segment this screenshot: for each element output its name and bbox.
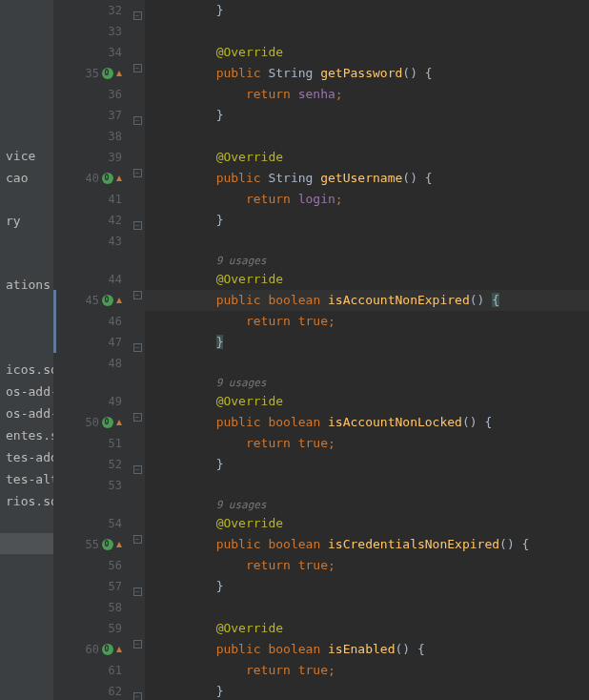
fold-toggle[interactable]: − [130, 0, 145, 21]
code-content[interactable]: public boolean isEnabled() { [145, 639, 425, 660]
fold-toggle[interactable]: − [130, 454, 145, 475]
code-line[interactable]: 42− } [53, 210, 589, 231]
sidebar-file-item[interactable]: ations [0, 274, 53, 296]
override-icon[interactable] [102, 68, 113, 79]
code-line[interactable]: 51 return true; [53, 433, 589, 454]
code-content[interactable]: 9 usages [145, 252, 267, 269]
code-content[interactable] [145, 126, 156, 147]
code-content[interactable]: public String getPassword() { [145, 63, 433, 84]
code-content[interactable]: @Override [145, 269, 283, 290]
fold-toggle[interactable]: − [130, 332, 145, 353]
fold-toggle[interactable]: − [130, 168, 145, 189]
code-line[interactable]: 46 return true; [53, 311, 589, 332]
code-line[interactable]: 9 usages [53, 496, 589, 513]
code-content[interactable]: return login; [145, 189, 343, 210]
code-line[interactable]: 43 [53, 231, 589, 252]
code-content[interactable] [145, 353, 156, 374]
code-content[interactable]: } [145, 332, 223, 353]
fold-toggle[interactable]: − [130, 210, 145, 231]
code-content[interactable]: public boolean isAccountNonExpired() { [145, 290, 499, 311]
sidebar-file-item[interactable] [0, 232, 53, 253]
code-content[interactable]: @Override [145, 42, 283, 63]
code-line[interactable]: 54 @Override [53, 513, 589, 534]
override-icon[interactable] [102, 644, 113, 655]
override-icon[interactable] [102, 539, 113, 550]
code-line[interactable]: 55− public boolean isCredentialsNonExpir… [53, 534, 589, 555]
sidebar-file-item[interactable]: vice [0, 145, 53, 167]
implements-arrow-icon[interactable] [116, 175, 122, 181]
code-content[interactable]: } [145, 454, 223, 475]
code-content[interactable] [145, 21, 156, 42]
code-line[interactable]: 37− } [53, 105, 589, 126]
code-line[interactable]: 45− public boolean isAccountNonExpired()… [53, 290, 589, 311]
code-content[interactable]: @Override [145, 147, 283, 168]
fold-toggle[interactable]: − [130, 290, 145, 311]
code-content[interactable]: return true; [145, 311, 335, 332]
code-line[interactable]: 41 return login; [53, 189, 589, 210]
implements-arrow-icon[interactable] [116, 420, 122, 425]
code-content[interactable] [145, 475, 156, 496]
sidebar-file-item[interactable] [0, 338, 53, 359]
sidebar-file-item[interactable] [0, 253, 53, 274]
sidebar-file-item[interactable]: tes-altera... [0, 468, 53, 490]
implements-arrow-icon[interactable] [116, 298, 122, 303]
sidebar-file-item[interactable]: ry [0, 210, 53, 232]
override-icon[interactable] [102, 417, 113, 428]
code-content[interactable]: } [145, 0, 223, 21]
fold-toggle[interactable]: − [130, 534, 145, 555]
code-line[interactable]: 61 return true; [53, 660, 589, 681]
sidebar-file-item[interactable]: os-add-co... [0, 402, 53, 424]
implements-arrow-icon[interactable] [116, 542, 122, 547]
override-icon[interactable] [102, 173, 113, 184]
code-content[interactable]: return true; [145, 555, 335, 576]
override-icon[interactable] [102, 295, 113, 306]
fold-toggle[interactable]: − [130, 105, 145, 126]
code-content[interactable]: public boolean isCredentialsNonExpired()… [145, 534, 529, 555]
code-line[interactable]: 49 @Override [53, 391, 589, 412]
sidebar-file-item[interactable] [0, 317, 53, 338]
code-line[interactable]: 50− public boolean isAccountNonLocked() … [53, 412, 589, 433]
project-sidebar[interactable]: vicecaoryationsicos.sqlos-add-co...os-ad… [0, 0, 53, 700]
sidebar-file-item[interactable]: entes.sql [0, 424, 53, 446]
sidebar-file-item[interactable]: cao [0, 167, 53, 189]
code-line[interactable]: 36 return senha; [53, 84, 589, 105]
code-content[interactable]: 9 usages [145, 374, 267, 391]
code-line[interactable]: 56 return true; [53, 555, 589, 576]
code-line[interactable]: 53 [53, 475, 589, 496]
fold-toggle[interactable]: − [130, 412, 145, 433]
code-line[interactable]: 44 @Override [53, 269, 589, 290]
code-line[interactable]: 58 [53, 597, 589, 618]
sidebar-file-item[interactable] [0, 296, 53, 317]
code-content[interactable]: } [145, 681, 223, 700]
code-line[interactable]: 40− public String getUsername() { [53, 168, 589, 189]
code-content[interactable]: } [145, 210, 223, 231]
sidebar-file-item[interactable]: tes-add-c... [0, 446, 53, 468]
code-content[interactable]: } [145, 105, 223, 126]
code-line[interactable]: 59 @Override [53, 618, 589, 639]
code-content[interactable] [145, 597, 156, 618]
code-content[interactable]: @Override [145, 618, 283, 639]
usages-hint[interactable]: 9 usages [216, 499, 267, 511]
fold-toggle[interactable]: − [130, 681, 145, 700]
sidebar-file-item[interactable]: icos.sql [0, 359, 53, 381]
code-line[interactable]: 9 usages [53, 374, 589, 391]
code-line[interactable]: 60− public boolean isEnabled() { [53, 639, 589, 660]
code-content[interactable]: @Override [145, 391, 283, 412]
code-line[interactable]: 57− } [53, 576, 589, 597]
code-content[interactable]: public String getUsername() { [145, 168, 433, 189]
editor[interactable]: 32− }3334 @Override35− public String get… [53, 0, 589, 700]
code-content[interactable]: 9 usages [145, 496, 267, 513]
code-line[interactable]: 47− } [53, 332, 589, 353]
sidebar-file-item[interactable]: rios.sql [0, 490, 53, 512]
usages-hint[interactable]: 9 usages [216, 255, 267, 267]
usages-hint[interactable]: 9 usages [216, 377, 267, 389]
code-content[interactable]: @Override [145, 513, 283, 534]
code-line[interactable]: 52− } [53, 454, 589, 475]
code-line[interactable]: 48 [53, 353, 589, 374]
code-line[interactable]: 9 usages [53, 252, 589, 269]
sidebar-file-item[interactable] [0, 189, 53, 210]
code-content[interactable]: } [145, 576, 223, 597]
code-content[interactable]: return senha; [145, 84, 343, 105]
code-line[interactable]: 33 [53, 21, 589, 42]
code-content[interactable] [145, 231, 156, 252]
